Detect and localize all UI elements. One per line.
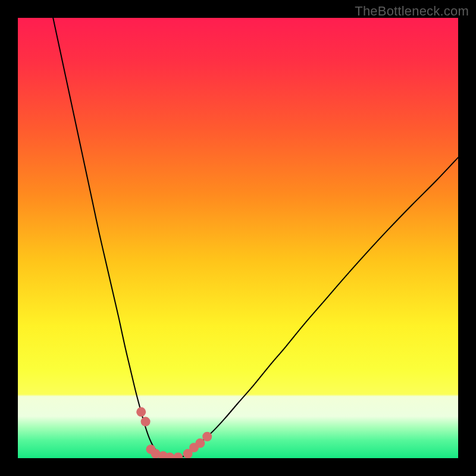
marker-dot (136, 407, 146, 416)
gradient-rect (18, 18, 458, 458)
marker-dot (141, 417, 151, 427)
chart-frame (18, 18, 458, 458)
watermark-text: TheBottleneck.com (355, 4, 469, 19)
marker-dot (202, 432, 212, 441)
bottleneck-chart (18, 18, 458, 458)
marker-dot (195, 439, 205, 448)
